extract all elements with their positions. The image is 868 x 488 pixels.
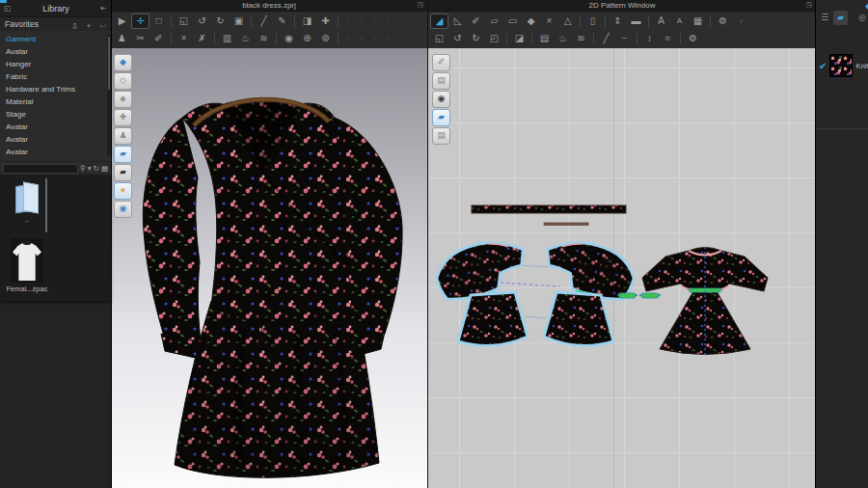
trim-tab[interactable]: ◎	[855, 11, 868, 25]
trace-tool[interactable]: △	[558, 14, 577, 29]
collapse-panel-icon[interactable]: ⇤	[100, 4, 107, 13]
segment-sewing-tool[interactable]: ⇕	[609, 14, 627, 29]
rotate-cw-tool[interactable]: ↻	[211, 14, 230, 29]
toolbar-overflow-icon[interactable]: ›	[732, 14, 750, 29]
sidebar-item-garment[interactable]: Garment	[0, 33, 111, 45]
sidebar-item-avatar-3[interactable]: Avatar	[0, 133, 111, 146]
fitting-map-tool[interactable]: ▥	[218, 31, 236, 46]
transform-pattern-tool[interactable]: ◢	[430, 14, 448, 29]
sidebar-item-stage[interactable]: Stage	[0, 108, 111, 121]
sewing-tool[interactable]: ╱	[255, 14, 273, 29]
pin-view-icon[interactable]: ✚	[114, 109, 132, 126]
rectangle-tool[interactable]: ▭	[503, 14, 522, 29]
edit-seam-tool[interactable]: ×	[540, 14, 558, 29]
pattern-front-skirt-left[interactable]	[458, 292, 528, 345]
select-move-tool[interactable]: ✛	[131, 14, 149, 29]
zipper-tool[interactable]: ⊜	[316, 31, 335, 46]
pattern-info-icon[interactable]: ◉	[432, 91, 450, 108]
edit-pattern-tool[interactable]: ◺	[448, 14, 467, 29]
avatar-pose-icon[interactable]: ♟	[114, 127, 132, 145]
steam-tool[interactable]: ♨	[236, 31, 255, 46]
fabric-tab[interactable]: ▰	[833, 11, 847, 25]
refresh-icon[interactable]: ↻	[94, 164, 99, 173]
library-scrollbar[interactable]	[107, 35, 111, 156]
fitting-suit-icon[interactable]: ◈	[114, 91, 132, 108]
iron-tool[interactable]: ◪	[510, 31, 529, 46]
gizmo-tool[interactable]: ▶	[113, 14, 131, 29]
sidebar-item-avatar-2[interactable]: Avatar	[0, 121, 111, 133]
sidebar-item-material[interactable]: Material	[0, 95, 111, 108]
buttonhole-tool[interactable]: ⊕	[298, 31, 316, 46]
search-icon[interactable]: ⚲	[80, 164, 86, 173]
edit-texture-icon[interactable]: ✐	[432, 54, 450, 71]
sidebar-item-avatar[interactable]: Avatar	[0, 45, 111, 58]
tack-tool[interactable]: ✐	[149, 31, 168, 46]
pattern-text-tool[interactable]: A	[670, 14, 689, 29]
rotate-2d-ccw-tool[interactable]: ↺	[448, 31, 467, 46]
flip-tool[interactable]: ◰	[485, 31, 503, 46]
add-favorite-icon[interactable]: +	[86, 21, 91, 31]
steam-2d-tool[interactable]: ♨	[554, 31, 572, 46]
dress-bodice[interactable]	[182, 98, 352, 321]
grading-tool[interactable]: ▯	[583, 14, 602, 29]
pin-tool[interactable]: ▣	[230, 14, 248, 29]
smooth-tool[interactable]: ✗	[193, 31, 211, 46]
garment-file-item[interactable]: Femal...zpac	[4, 238, 50, 293]
pattern-front-skirt-right[interactable]	[544, 292, 613, 345]
parent-folder-item[interactable]: ..	[4, 182, 50, 224]
import-favorite-icon[interactable]: ⇩	[71, 21, 78, 31]
wrinkle-tool[interactable]: ≋	[255, 31, 273, 46]
undock-3d-icon[interactable]: ◳	[417, 1, 423, 9]
undock-2d-icon[interactable]: ◳	[805, 1, 812, 9]
measure-curve-tool[interactable]: ≈	[659, 31, 677, 46]
sculpt-tool[interactable]: ✂	[131, 31, 149, 46]
fabric-view-icon[interactable]: ▰	[114, 146, 132, 163]
show-avatar-icon[interactable]: ●	[114, 182, 132, 200]
texture-surface-icon[interactable]: ▰	[114, 164, 132, 181]
dart-tool[interactable]: ◆	[522, 14, 540, 29]
fabric-2d-icon[interactable]: ▰	[432, 109, 450, 126]
dress-3d-render[interactable]	[111, 48, 427, 488]
free-sewing-tool[interactable]: ✎	[273, 14, 291, 29]
undock-panel-icon[interactable]: ◱	[4, 4, 12, 13]
pattern-waistband[interactable]	[472, 205, 626, 213]
pattern-strap[interactable]	[544, 223, 588, 226]
free-sewing-2d-tool[interactable]: ▬	[627, 14, 645, 29]
pattern-2d-canvas[interactable]: ✐▤◉▰▤	[428, 48, 816, 488]
button-tool[interactable]: ◉	[280, 31, 298, 46]
shrinkage-tool[interactable]: ≋	[572, 31, 590, 46]
texture-tool[interactable]: ▤	[535, 31, 554, 46]
measure-height-tool[interactable]: ↕	[640, 31, 659, 46]
avatar-walk-tool[interactable]: ♟	[113, 31, 131, 46]
pattern-annotation-tool[interactable]: A	[652, 14, 670, 29]
pleats-tool[interactable]: ▦	[689, 14, 707, 29]
show-seamline-icon[interactable]: ▤	[432, 72, 450, 90]
viewport-3d-canvas[interactable]: ◆◇◈✚♟▰▰●◉	[111, 48, 427, 488]
object-list-tab[interactable]: ☰	[818, 11, 831, 25]
move-pattern-tool[interactable]: ◱	[175, 14, 193, 29]
show-pattern-mesh-icon[interactable]: ◇	[114, 72, 132, 90]
rotate-2d-cw-tool[interactable]: ↻	[467, 31, 485, 46]
file-browser-scrollbar[interactable]	[45, 178, 47, 232]
sidebar-item-avatar-4[interactable]: Avatar	[0, 146, 111, 158]
edit-curvature-tool[interactable]: ✐	[467, 14, 485, 29]
pattern-belt-loops[interactable]	[617, 293, 661, 298]
environment-icon[interactable]: ◉	[114, 201, 132, 218]
lock-pattern-icon[interactable]: ▤	[432, 127, 450, 145]
rotate-ccw-tool[interactable]: ↺	[193, 14, 211, 29]
arrangement-points-tool[interactable]: ✚	[316, 14, 335, 29]
back-icon[interactable]: ↩	[99, 21, 106, 31]
dress-left-sleeve[interactable]	[143, 118, 202, 349]
show-garment-icon[interactable]: ◆	[114, 54, 132, 71]
polygon-tool[interactable]: ▱	[485, 14, 503, 29]
sewing-machine-tool[interactable]: ⚙	[714, 14, 732, 29]
select-box-tool[interactable]: □	[149, 14, 168, 29]
pinch-tool[interactable]: ×	[175, 31, 193, 46]
library-search-input[interactable]	[3, 164, 78, 174]
view-mode-icon[interactable]: ▦	[101, 164, 108, 173]
measure-line-tool[interactable]: ╱	[597, 31, 615, 46]
search-dropdown-icon[interactable]: ▾	[88, 164, 92, 173]
measure-dash-tool[interactable]: ┄	[615, 31, 634, 46]
pattern-back-dress[interactable]	[642, 247, 768, 356]
sidebar-item-hanger[interactable]: Hanger	[0, 58, 111, 70]
